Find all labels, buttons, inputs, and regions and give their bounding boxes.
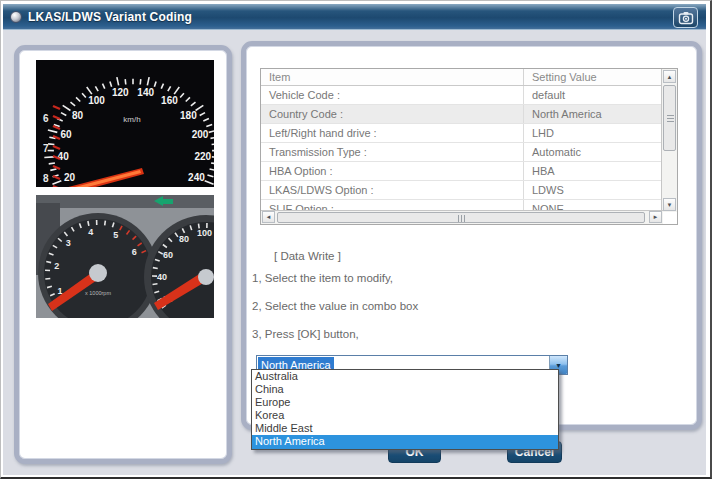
svg-text:8: 8 bbox=[43, 173, 49, 184]
scroll-up-icon: ▲ bbox=[667, 74, 673, 80]
row-item-label: Transmission Type : bbox=[261, 143, 524, 161]
svg-text:140: 140 bbox=[137, 87, 154, 98]
speedometer-night-photo: 20406080100120140160180200220240km/h678 bbox=[36, 60, 214, 187]
thumb-grip-icon bbox=[458, 215, 466, 222]
svg-text:160: 160 bbox=[161, 95, 178, 106]
option-korea[interactable]: Korea bbox=[252, 409, 558, 422]
table-row-selected[interactable]: Country Code : North America bbox=[261, 105, 661, 124]
instruction-step-2: 2, Select the value in combo box bbox=[252, 300, 418, 312]
data-write-heading: [ Data Write ] bbox=[274, 250, 341, 262]
svg-text:3: 3 bbox=[66, 238, 71, 248]
table-row[interactable]: Vehicle Code : default bbox=[261, 86, 661, 105]
chevron-down-icon: ▼ bbox=[555, 362, 562, 369]
svg-text:40: 40 bbox=[58, 151, 70, 162]
app-sphere-icon bbox=[10, 11, 22, 23]
option-middle-east[interactable]: Middle East bbox=[252, 422, 558, 435]
column-header-setting-value: Setting Value bbox=[524, 69, 661, 85]
svg-text:220: 220 bbox=[194, 151, 211, 162]
scroll-right-button[interactable]: ► bbox=[649, 211, 662, 223]
scroll-right-icon: ► bbox=[653, 214, 659, 220]
svg-text:100: 100 bbox=[88, 95, 105, 106]
scroll-left-button[interactable]: ◄ bbox=[262, 211, 275, 223]
screenshot-button[interactable] bbox=[673, 7, 698, 28]
row-setting-value: HBA bbox=[524, 162, 661, 180]
svg-text:80: 80 bbox=[179, 234, 189, 244]
svg-text:240: 240 bbox=[188, 172, 205, 183]
option-australia[interactable]: Australia bbox=[252, 370, 558, 383]
row-item-label: LKAS/LDWS Option : bbox=[261, 181, 524, 199]
instruction-step-3: 3, Press [OK] button, bbox=[252, 328, 359, 340]
cluster-day-photo: 123456x 1000rpm20406080100 bbox=[36, 195, 214, 318]
svg-text:6: 6 bbox=[43, 113, 49, 124]
scroll-down-icon: ▼ bbox=[667, 202, 673, 208]
instruction-step-1: 1, Select the item to modify, bbox=[252, 272, 393, 284]
speedometer-night-gauge: 20406080100120140160180200220240km/h678 bbox=[36, 60, 214, 187]
settings-table: Item Setting Value Vehicle Code : defaul… bbox=[260, 68, 678, 225]
svg-text:200: 200 bbox=[192, 129, 209, 140]
svg-text:5: 5 bbox=[113, 230, 118, 240]
column-header-item: Item bbox=[261, 69, 524, 85]
row-item-label: Vehicle Code : bbox=[261, 86, 524, 104]
table-header: Item Setting Value bbox=[261, 69, 661, 86]
table-row[interactable]: Transmission Type : Automatic bbox=[261, 143, 661, 162]
svg-text:80: 80 bbox=[72, 110, 84, 121]
row-setting-value: default bbox=[524, 86, 661, 104]
svg-text:km/h: km/h bbox=[123, 115, 140, 124]
thumb-grip-icon bbox=[667, 115, 674, 122]
variant-coding-window: LKAS/LDWS Variant Coding 204060801001201… bbox=[0, 0, 712, 479]
image-panel: 20406080100120140160180200220240km/h678 … bbox=[14, 45, 232, 464]
scroll-left-icon: ◄ bbox=[266, 214, 272, 220]
combobox-option-list: Australia China Europe Korea Middle East… bbox=[251, 369, 559, 450]
table-row[interactable]: Left/Right hand drive : LHD bbox=[261, 124, 661, 143]
row-setting-value: LDWS bbox=[524, 181, 661, 199]
svg-text:2: 2 bbox=[54, 261, 59, 271]
camera-icon bbox=[678, 11, 694, 25]
svg-text:7: 7 bbox=[43, 143, 49, 154]
option-china[interactable]: China bbox=[252, 383, 558, 396]
vertical-scroll-thumb[interactable] bbox=[663, 85, 676, 151]
svg-text:180: 180 bbox=[180, 110, 197, 121]
table-body: Vehicle Code : default Country Code : No… bbox=[261, 86, 661, 212]
svg-text:40: 40 bbox=[157, 272, 167, 282]
scroll-down-button[interactable]: ▼ bbox=[663, 198, 676, 211]
vertical-scrollbar[interactable]: ▲ ▼ bbox=[661, 69, 677, 212]
horizontal-scrollbar[interactable]: ◄ ► bbox=[261, 210, 663, 224]
table-row[interactable]: HBA Option : HBA bbox=[261, 162, 661, 181]
option-europe[interactable]: Europe bbox=[252, 396, 558, 409]
row-item-label: Left/Right hand drive : bbox=[261, 124, 524, 142]
svg-text:6: 6 bbox=[132, 247, 137, 257]
row-setting-value: LHD bbox=[524, 124, 661, 142]
titlebar: LKAS/LDWS Variant Coding bbox=[3, 4, 706, 30]
horizontal-scroll-thumb[interactable] bbox=[277, 212, 645, 223]
scroll-up-button[interactable]: ▲ bbox=[663, 70, 676, 83]
table-row[interactable]: LKAS/LDWS Option : LDWS bbox=[261, 181, 661, 200]
option-north-america[interactable]: North America bbox=[252, 435, 558, 448]
svg-text:60: 60 bbox=[163, 250, 173, 260]
svg-text:100: 100 bbox=[197, 228, 212, 238]
row-setting-value: North America bbox=[524, 105, 661, 123]
svg-text:x 1000rpm: x 1000rpm bbox=[85, 290, 111, 296]
cluster-day-gauge: 123456x 1000rpm20406080100 bbox=[36, 195, 214, 318]
svg-text:60: 60 bbox=[60, 129, 72, 140]
window-title: LKAS/LDWS Variant Coding bbox=[28, 10, 192, 24]
svg-text:4: 4 bbox=[88, 227, 93, 237]
svg-text:120: 120 bbox=[112, 87, 129, 98]
row-item-label: Country Code : bbox=[261, 105, 524, 123]
svg-text:20: 20 bbox=[64, 172, 76, 183]
row-setting-value: Automatic bbox=[524, 143, 661, 161]
row-item-label: HBA Option : bbox=[261, 162, 524, 180]
